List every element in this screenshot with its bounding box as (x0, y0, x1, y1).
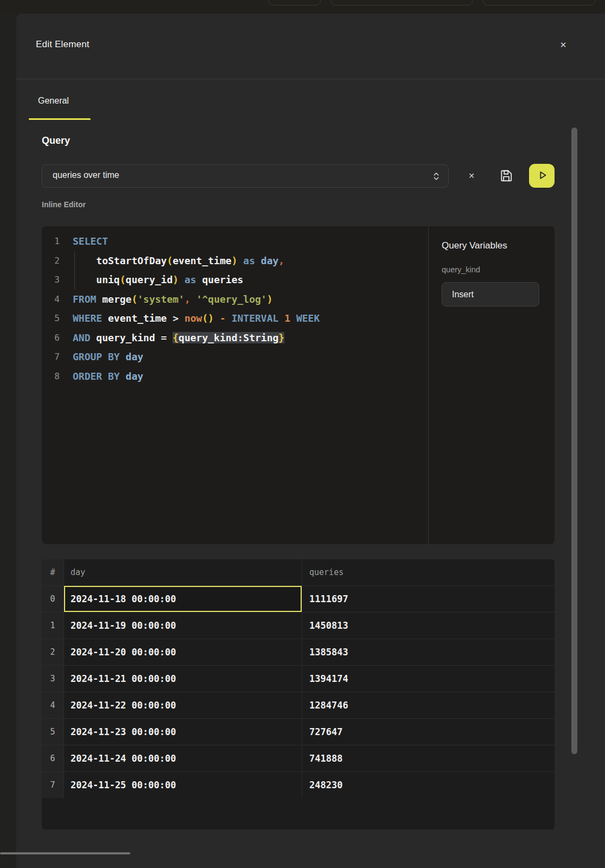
column-header-index: # (42, 559, 64, 585)
line-number: 4 (42, 290, 60, 309)
query-select[interactable]: queries over time (42, 164, 449, 188)
table-row: 22024-11-20 00:00:001385843 (42, 639, 555, 665)
insert-variable-button[interactable]: Insert (442, 282, 539, 307)
query-variables-panel: Query Variables query_kind Insert (428, 226, 555, 544)
day-cell[interactable]: 2024-11-23 00:00:00 (64, 719, 302, 745)
column-header-queries: queries (302, 559, 555, 585)
page-backdrop (0, 14, 16, 868)
code-line[interactable]: 6AND query_kind = {query_kind:String} (42, 328, 428, 348)
column-header-day: day (64, 559, 302, 585)
queries-cell[interactable]: 1385843 (302, 639, 555, 665)
code-line[interactable]: 3 uniq(query_id) as queries (42, 270, 428, 290)
line-number: 1 (42, 232, 60, 251)
topbar-control-fragment (331, 0, 473, 5)
topbar-control-fragment (483, 0, 595, 5)
table-row: 42024-11-22 00:00:001284746 (42, 692, 555, 718)
row-index-cell[interactable]: 4 (42, 692, 64, 718)
horizontal-scrollbar-thumb[interactable] (0, 852, 130, 854)
query-variable-name: query_kind (442, 265, 542, 274)
row-index-cell[interactable]: 0 (42, 586, 64, 612)
close-icon[interactable]: ✕ (557, 39, 570, 52)
code-area[interactable]: 1SELECT2 toStartOfDay(event_time) as day… (42, 226, 428, 544)
line-number: 2 (42, 251, 60, 271)
code-line[interactable]: 1SELECT (42, 232, 428, 251)
line-number: 6 (42, 328, 60, 348)
line-number: 5 (42, 309, 60, 328)
queries-cell[interactable]: 741888 (302, 745, 555, 771)
day-cell[interactable]: 2024-11-21 00:00:00 (64, 666, 302, 692)
queries-cell[interactable]: 1394174 (302, 666, 555, 692)
row-index-cell[interactable]: 2 (42, 639, 64, 665)
line-number: 8 (42, 367, 60, 386)
line-number: 3 (42, 270, 60, 290)
table-header: # day queries (42, 559, 555, 585)
query-section-heading: Query (42, 135, 70, 146)
row-index-cell[interactable]: 5 (42, 719, 64, 745)
queries-cell[interactable]: 1284746 (302, 692, 555, 718)
code-line[interactable]: 7GROUP BY day (42, 347, 428, 367)
row-index-cell[interactable]: 1 (42, 612, 64, 639)
table-row: 52024-11-23 00:00:00727647 (42, 718, 555, 745)
queries-cell[interactable]: 1450813 (302, 612, 555, 639)
code-line[interactable]: 4FROM merge('system', '^query_log') (42, 290, 428, 309)
inline-editor-label: Inline Editor (42, 200, 86, 209)
day-cell[interactable]: 2024-11-20 00:00:00 (64, 639, 302, 665)
line-number: 7 (42, 347, 60, 367)
sql-editor: 1SELECT2 toStartOfDay(event_time) as day… (42, 226, 555, 544)
play-icon (535, 168, 549, 184)
run-query-button[interactable] (529, 164, 555, 188)
results-table: # day queries 02024-11-18 00:00:00111169… (42, 559, 555, 829)
indent-guide (74, 251, 75, 290)
code-line[interactable]: 5WHERE event_time > now() - INTERVAL 1 W… (42, 309, 428, 328)
day-cell-selected[interactable]: 2024-11-18 00:00:00 (64, 586, 302, 612)
vertical-scrollbar-thumb[interactable] (571, 127, 577, 754)
queries-cell[interactable]: 1111697 (302, 586, 555, 612)
table-row: 32024-11-21 00:00:001394174 (42, 665, 555, 692)
edit-element-dialog: Edit Element ✕ General Query queries ove… (16, 14, 605, 868)
query-select-value: queries over time (53, 170, 119, 180)
day-cell[interactable]: 2024-11-22 00:00:00 (64, 692, 302, 718)
row-index-cell[interactable]: 3 (42, 666, 64, 692)
header-divider (16, 79, 605, 79)
tab-general[interactable]: General (38, 96, 69, 106)
query-variables-title: Query Variables (442, 240, 542, 251)
table-row: 62024-11-24 00:00:00741888 (42, 745, 555, 771)
day-cell[interactable]: 2024-11-19 00:00:00 (64, 612, 302, 639)
code-lines: 1SELECT2 toStartOfDay(event_time) as day… (42, 232, 428, 386)
row-index-cell[interactable]: 6 (42, 745, 64, 771)
code-line[interactable]: 2 toStartOfDay(event_time) as day, (42, 251, 428, 271)
table-body: 02024-11-18 00:00:00111169712024-11-19 0… (42, 585, 555, 798)
save-icon[interactable] (499, 169, 513, 183)
code-line[interactable]: 8ORDER BY day (42, 367, 428, 386)
table-row: 72024-11-25 00:00:00248230 (42, 771, 555, 798)
table-row: 12024-11-19 00:00:001450813 (42, 612, 555, 639)
queries-cell[interactable]: 727647 (302, 719, 555, 745)
queries-cell[interactable]: 248230 (302, 772, 555, 798)
active-tab-underline (29, 118, 91, 120)
clear-query-icon[interactable]: ✕ (466, 170, 477, 182)
row-index-cell[interactable]: 7 (42, 772, 64, 798)
topbar (0, 0, 605, 14)
day-cell[interactable]: 2024-11-24 00:00:00 (64, 745, 302, 771)
chevron-up-down-icon (430, 170, 442, 184)
day-cell[interactable]: 2024-11-25 00:00:00 (64, 772, 302, 798)
dialog-title: Edit Element (36, 39, 90, 50)
table-row: 02024-11-18 00:00:001111697 (42, 585, 555, 612)
topbar-control-fragment (269, 0, 321, 5)
